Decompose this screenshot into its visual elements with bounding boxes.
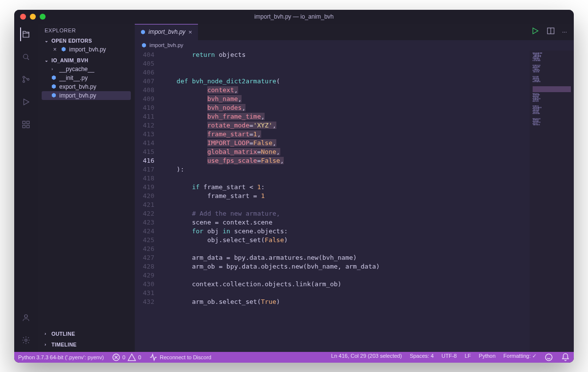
svg-rect-7 (27, 121, 29, 124)
status-cursor-position[interactable]: Ln 416, Col 29 (203 selected) (327, 353, 406, 359)
sidebar-title: EXPLORER (38, 24, 135, 35)
status-indent[interactable]: Spaces: 4 (406, 353, 438, 359)
tab-bar: ⬢ import_bvh.py × ··· (135, 24, 574, 40)
workspace-section[interactable]: ⌄IO_ANIM_BVH (42, 56, 131, 65)
status-bell-icon[interactable] (557, 353, 574, 362)
timeline-section[interactable]: ›TIMELINE (42, 340, 131, 349)
status-formatting[interactable]: Formatting: ✓ (499, 353, 540, 359)
extensions-icon[interactable] (20, 119, 32, 130)
close-editor-icon[interactable]: × (51, 46, 58, 53)
run-debug-icon[interactable] (20, 96, 32, 108)
sidebar: EXPLORER ⌄OPEN EDITORS × ⬢ import_bvh.py… (38, 24, 135, 352)
status-problems[interactable]: 0 0 (108, 352, 145, 363)
outline-section[interactable]: ›OUTLINE (42, 329, 131, 338)
open-editor-item[interactable]: × ⬢ import_bvh.py (42, 45, 131, 54)
more-actions-icon[interactable]: ··· (562, 28, 567, 35)
svg-point-9 (25, 339, 27, 341)
minimap[interactable]: ████ ██ ███ ████ ██ ████ ██ ████ ███ ██ … (530, 50, 574, 352)
svg-point-1 (23, 76, 25, 78)
svg-rect-6 (27, 125, 29, 127)
source-control-icon[interactable] (20, 74, 32, 85)
svg-rect-4 (23, 121, 25, 124)
python-file-icon: ⬢ (51, 92, 56, 99)
titlebar: import_bvh.py — io_anim_bvh (14, 10, 574, 24)
python-file-icon: ⬢ (51, 74, 56, 81)
file-export[interactable]: ⬢export_bvh.py (42, 82, 131, 91)
code-area[interactable]: 404 return objects 405 406 407 def bvh_n… (135, 50, 574, 352)
status-encoding[interactable]: UTF-8 (438, 353, 461, 359)
status-python-env[interactable]: Python 3.7.3 64-bit ('.pyenv': pyenv) (14, 352, 108, 363)
svg-point-2 (23, 80, 25, 82)
breadcrumb[interactable]: ⬢ import_bvh.py (135, 40, 574, 50)
svg-point-0 (24, 54, 28, 58)
explorer-icon[interactable] (20, 28, 32, 40)
window-title: import_bvh.py — io_anim_bvh (14, 13, 574, 20)
tab-import-bvh[interactable]: ⬢ import_bvh.py × (135, 24, 198, 40)
status-language[interactable]: Python (475, 353, 499, 359)
activity-bar (14, 24, 38, 352)
status-discord[interactable]: Reconnect to Discord (145, 352, 215, 363)
file-import[interactable]: ⬢import_bvh.py (42, 91, 131, 100)
svg-rect-5 (23, 125, 25, 127)
status-feedback-icon[interactable] (540, 353, 557, 362)
search-icon[interactable] (20, 51, 32, 63)
open-editors-section[interactable]: ⌄OPEN EDITORS (42, 36, 131, 45)
status-eol[interactable]: LF (461, 353, 475, 359)
run-file-icon[interactable] (531, 26, 539, 37)
python-file-icon: ⬢ (51, 83, 56, 90)
vscode-window: import_bvh.py — io_anim_bvh (14, 10, 574, 363)
split-editor-icon[interactable] (546, 26, 555, 37)
file-init[interactable]: ⬢__init__.py (42, 74, 131, 82)
editor-group: ⬢ import_bvh.py × ··· ⬢ import_bvh.py 40… (135, 24, 574, 352)
svg-point-8 (24, 315, 27, 318)
svg-point-3 (27, 78, 29, 80)
python-file-icon: ⬢ (142, 42, 147, 49)
settings-gear-icon[interactable] (20, 334, 32, 346)
close-tab-icon[interactable]: × (188, 28, 192, 36)
main-body: EXPLORER ⌄OPEN EDITORS × ⬢ import_bvh.py… (14, 24, 574, 352)
code-editor[interactable]: 404 return objects 405 406 407 def bvh_n… (135, 50, 530, 352)
folder-pycache[interactable]: ›__pycache__ (42, 65, 131, 74)
account-icon[interactable] (20, 312, 32, 323)
python-file-icon: ⬢ (61, 46, 66, 52)
status-bar: Python 3.7.3 64-bit ('.pyenv': pyenv) 0 … (14, 352, 574, 363)
python-file-icon: ⬢ (141, 29, 146, 35)
svg-point-12 (545, 354, 552, 361)
